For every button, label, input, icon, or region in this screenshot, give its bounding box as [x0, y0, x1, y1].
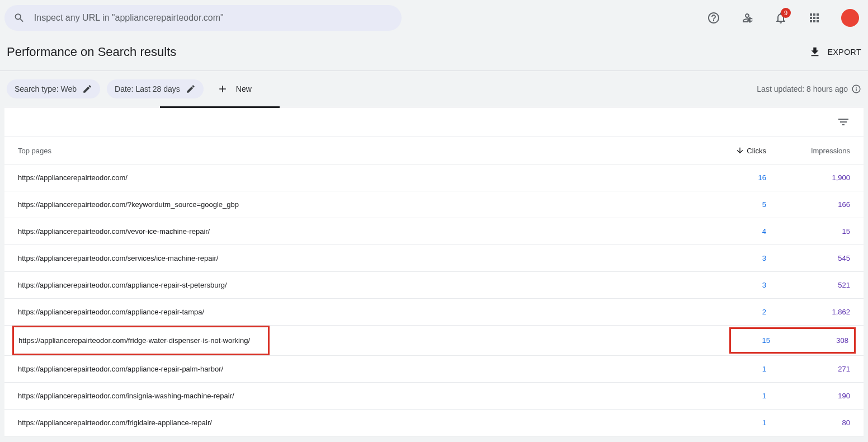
- header-clicks[interactable]: Clicks: [699, 146, 766, 155]
- tab-indicator: [4, 107, 864, 107]
- filter-bar: Search type: Web Date: Last 28 days New …: [0, 71, 868, 107]
- title-bar: Performance on Search results EXPORT: [0, 36, 868, 71]
- clicks-cell: 1: [699, 392, 766, 400]
- person-settings-icon: [740, 11, 754, 25]
- impressions-cell: 521: [766, 281, 850, 289]
- header-bar: 9: [0, 0, 868, 36]
- export-button[interactable]: EXPORT: [809, 46, 861, 58]
- impressions-cell: 1,862: [766, 308, 850, 316]
- impressions-cell: 190: [766, 392, 850, 400]
- table-row[interactable]: https://appliancerepairteodor.com/applia…: [4, 299, 864, 326]
- page-url-cell: https://appliancerepairteodor.com/insign…: [18, 392, 699, 400]
- pencil-icon: [82, 84, 92, 94]
- impressions-cell: 308: [770, 336, 848, 345]
- clicks-cell: 3: [699, 281, 766, 289]
- search-input[interactable]: [34, 13, 393, 23]
- table-container: Top pages Clicks Impressions https://app…: [4, 107, 864, 436]
- search-icon: [13, 12, 25, 24]
- date-chip[interactable]: Date: Last 28 days: [107, 79, 204, 98]
- impressions-cell: 545: [766, 254, 850, 262]
- filter-icon[interactable]: [837, 115, 850, 129]
- table-row[interactable]: https://appliancerepairteodor.com/insign…: [4, 383, 864, 410]
- impressions-cell: 15: [766, 227, 850, 236]
- date-label: Date: Last 28 days: [115, 84, 180, 93]
- table-row[interactable]: https://appliancerepairteodor.com/ 16 1,…: [4, 164, 864, 191]
- table-row[interactable]: https://appliancerepairteodor.com/fridge…: [4, 326, 864, 356]
- clicks-cell: 1: [699, 419, 766, 427]
- clicks-cell: 5: [699, 200, 766, 209]
- last-updated: Last updated: 8 hours ago: [757, 84, 861, 94]
- table-filter-row: [4, 107, 864, 137]
- table-row[interactable]: https://appliancerepairteodor.com/applia…: [4, 272, 864, 299]
- download-icon: [809, 46, 821, 58]
- page-url-cell: https://appliancerepairteodor.com/fridge…: [18, 326, 729, 355]
- header-impressions[interactable]: Impressions: [766, 147, 850, 155]
- last-updated-text: Last updated: 8 hours ago: [757, 84, 848, 93]
- highlighted-metrics: 15 308: [729, 327, 856, 354]
- table-body: https://appliancerepairteodor.com/ 16 1,…: [4, 164, 864, 436]
- page-url-cell: https://appliancerepairteodor.com/applia…: [18, 365, 699, 373]
- notification-badge: 9: [781, 8, 791, 18]
- apps-button[interactable]: [803, 7, 825, 29]
- impressions-cell: 1,900: [766, 173, 850, 182]
- help-button[interactable]: [702, 7, 725, 29]
- help-icon: [707, 11, 720, 25]
- clicks-cell: 1: [699, 365, 766, 373]
- page-url-cell: https://appliancerepairteodor.com/?keywo…: [18, 200, 699, 209]
- clicks-cell: 2: [699, 308, 766, 316]
- notifications-button[interactable]: 9: [770, 7, 792, 29]
- export-label: EXPORT: [828, 48, 861, 57]
- header-pages[interactable]: Top pages: [18, 147, 699, 155]
- table-header: Top pages Clicks Impressions: [4, 137, 864, 164]
- apps-icon: [808, 11, 821, 25]
- impressions-cell: 271: [766, 365, 850, 373]
- page-url-cell: https://appliancerepairteodor.com/: [18, 173, 699, 182]
- plus-icon: [217, 83, 228, 95]
- search-type-label: Search type: Web: [15, 84, 77, 93]
- page-url-cell: https://appliancerepairteodor.com/frigid…: [18, 419, 699, 427]
- new-label: New: [236, 84, 252, 93]
- search-bar[interactable]: [4, 5, 402, 31]
- new-filter-button[interactable]: New: [210, 79, 258, 99]
- avatar[interactable]: [841, 9, 859, 27]
- table-row[interactable]: https://appliancerepairteodor.com/frigid…: [4, 410, 864, 436]
- clicks-cell: 4: [699, 227, 766, 236]
- table-row[interactable]: https://appliancerepairteodor.com/?keywo…: [4, 191, 864, 218]
- page-url-cell: https://appliancerepairteodor.com/servic…: [18, 254, 699, 262]
- page-url-cell: https://appliancerepairteodor.com/applia…: [18, 281, 699, 289]
- search-type-chip[interactable]: Search type: Web: [7, 79, 100, 98]
- table-row[interactable]: https://appliancerepairteodor.com/servic…: [4, 245, 864, 272]
- page-url-cell: https://appliancerepairteodor.com/applia…: [18, 308, 699, 316]
- impressions-cell: 80: [766, 419, 850, 427]
- table-row[interactable]: https://appliancerepairteodor.com/applia…: [4, 356, 864, 383]
- clicks-cell: 16: [699, 173, 766, 182]
- impressions-cell: 166: [766, 200, 850, 209]
- arrow-down-icon: [735, 146, 744, 155]
- page-title: Performance on Search results: [7, 45, 176, 59]
- clicks-cell: 15: [731, 336, 770, 345]
- users-button[interactable]: [736, 7, 758, 29]
- header-actions: 9: [702, 7, 859, 29]
- page-url-cell: https://appliancerepairteodor.com/vevor-…: [18, 227, 699, 236]
- clicks-label: Clicks: [747, 147, 766, 155]
- table-row[interactable]: https://appliancerepairteodor.com/vevor-…: [4, 218, 864, 245]
- pencil-icon: [186, 84, 196, 94]
- info-icon: [851, 84, 861, 94]
- clicks-cell: 3: [699, 254, 766, 262]
